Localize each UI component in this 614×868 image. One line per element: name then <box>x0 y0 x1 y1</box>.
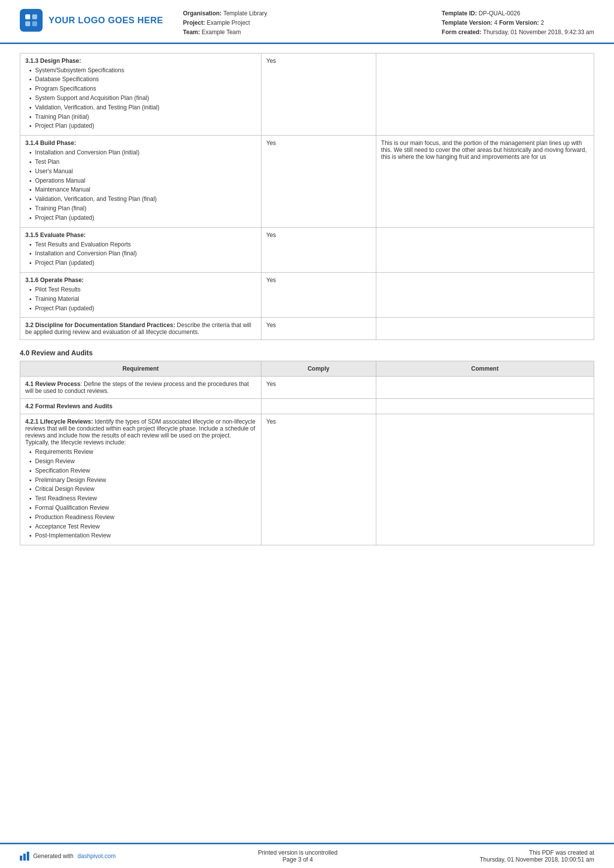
comment-cell-314: This is our main focus, and the portion … <box>376 136 594 227</box>
list-item: System Support and Acquisition Plan (fin… <box>29 94 256 102</box>
table-row: 3.1.6 Operate Phase: Pilot Test Results … <box>20 272 594 317</box>
list-item: Validation, Verification, and Testing Pl… <box>29 195 256 203</box>
comment-cell-421 <box>376 414 594 545</box>
logo-svg <box>24 13 38 27</box>
footer-left: Generated with dashpivot.com <box>20 852 116 861</box>
list-item: Specification Review <box>29 467 256 475</box>
svg-rect-0 <box>25 14 30 19</box>
bullet-list-313: System/Subsystem Specifications Database… <box>29 66 256 131</box>
req-cell-42: 4.2 Formal Reviews and Audits <box>20 399 261 414</box>
table-header-row: Requirement Comply Comment <box>20 361 594 377</box>
logo-text: YOUR LOGO GOES HERE <box>49 15 163 26</box>
logo-icon <box>20 9 43 32</box>
req-cell-313: 3.1.3 Design Phase: System/Subsystem Spe… <box>20 53 261 136</box>
req-cell-421: 4.2.1 Lifecycle Reviews: Identify the ty… <box>20 414 261 545</box>
generated-text: Generated with <box>33 853 73 860</box>
comment-cell-42 <box>376 399 594 414</box>
list-item: Validation, Verification, and Testing Pl… <box>29 103 256 112</box>
list-item: Program Specifications <box>29 85 256 93</box>
list-item: Test Results and Evaluation Reports <box>29 241 256 249</box>
col-header-req: Requirement <box>20 361 261 377</box>
table-row: 3.2 Discipline for Documentation Standar… <box>20 318 594 340</box>
header-right: Template ID: DP-QUAL-0026 Template Versi… <box>442 9 594 38</box>
table-row: 4.1 Review Process: Define the steps of … <box>20 377 594 399</box>
comply-cell-314: Yes <box>261 136 376 227</box>
list-item: Installation and Conversion Plan (initia… <box>29 148 256 157</box>
list-item: Training Plan (final) <box>29 204 256 213</box>
header: YOUR LOGO GOES HERE Organisation: Templa… <box>0 0 614 44</box>
req-cell-315: 3.1.5 Evaluate Phase: Test Results and E… <box>20 227 261 272</box>
bullet-list-315: Test Results and Evaluation Reports Inst… <box>29 241 256 267</box>
list-item: Preliminary Design Review <box>29 476 256 484</box>
phase-title-313: 3.1.3 Design Phase: <box>25 57 81 64</box>
bullet-list-314: Installation and Conversion Plan (initia… <box>29 148 256 222</box>
footer: Generated with dashpivot.com Printed ver… <box>0 843 614 868</box>
bullet-list-316: Pilot Test Results Training Material Pro… <box>29 286 256 312</box>
list-item: Project Plan (updated) <box>29 214 256 222</box>
section-heading-4: 4.0 Review and Audits <box>20 349 594 357</box>
phase-title-32: 3.2 Discipline for Documentation Standar… <box>25 322 175 329</box>
bar1 <box>20 856 22 861</box>
req-title-41: 4.1 Review Process <box>25 381 80 387</box>
req-cell-41: 4.1 Review Process: Define the steps of … <box>20 377 261 399</box>
req-desc-421-2: Typically, the lifecycle reviews include… <box>25 439 126 446</box>
list-item: Test Plan <box>29 158 256 166</box>
req-title-42: 4.2 Formal Reviews and Audits <box>25 403 112 410</box>
list-item: Test Readiness Review <box>29 494 256 503</box>
list-item: User's Manual <box>29 167 256 176</box>
comment-cell-32 <box>376 318 594 340</box>
list-item: Formal Qualification Review <box>29 504 256 512</box>
comply-cell-313: Yes <box>261 53 376 136</box>
footer-right-line1: This PDF was created at <box>480 849 594 856</box>
comment-cell-316 <box>376 272 594 317</box>
req-cell-32: 3.2 Discipline for Documentation Standar… <box>20 318 261 340</box>
list-item: Operations Manual <box>29 177 256 185</box>
phase-title-314: 3.1.4 Build Phase: <box>25 140 76 146</box>
table-row: 3.1.4 Build Phase: Installation and Conv… <box>20 136 594 227</box>
main-content: 3.1.3 Design Phase: System/Subsystem Spe… <box>0 44 614 843</box>
list-item: Training Plan (initial) <box>29 113 256 121</box>
footer-right: This PDF was created at Thursday, 01 Nov… <box>480 849 594 863</box>
list-item: Pilot Test Results <box>29 286 256 294</box>
comply-cell-32: Yes <box>261 318 376 340</box>
generated-link[interactable]: dashpivot.com <box>77 853 115 860</box>
table2: Requirement Comply Comment 4.1 Review Pr… <box>20 361 594 545</box>
table1: 3.1.3 Design Phase: System/Subsystem Spe… <box>20 53 594 340</box>
footer-center-line2: Page 3 of 4 <box>258 856 338 863</box>
bar3 <box>27 852 29 861</box>
footer-bars-icon <box>20 852 29 861</box>
table-row: 4.2 Formal Reviews and Audits <box>20 399 594 414</box>
comment-cell-315 <box>376 227 594 272</box>
svg-rect-3 <box>32 21 37 26</box>
list-item: System/Subsystem Specifications <box>29 66 256 75</box>
header-meta: Organisation: Template Library Project: … <box>163 9 442 38</box>
list-item: Post-Implementation Review <box>29 531 256 540</box>
comment-cell-41 <box>376 377 594 399</box>
comment-cell-313 <box>376 53 594 136</box>
list-item: Project Plan (updated) <box>29 122 256 130</box>
col-header-comply: Comply <box>261 361 376 377</box>
phase-title-315: 3.1.5 Evaluate Phase: <box>25 232 86 239</box>
list-item: Database Specifications <box>29 75 256 84</box>
footer-right-line2: Thursday, 01 November 2018, 10:00:51 am <box>480 856 594 863</box>
logo-area: YOUR LOGO GOES HERE <box>20 9 163 32</box>
footer-center-line1: Printed version is uncontrolled <box>258 849 338 856</box>
table-row: 3.1.5 Evaluate Phase: Test Results and E… <box>20 227 594 272</box>
list-item: Maintenance Manual <box>29 186 256 194</box>
list-item: Project Plan (updated) <box>29 304 256 313</box>
col-header-comment: Comment <box>376 361 594 377</box>
phase-title-316: 3.1.6 Operate Phase: <box>25 277 84 284</box>
footer-center: Printed version is uncontrolled Page 3 o… <box>258 849 338 863</box>
list-item: Critical Design Review <box>29 485 256 493</box>
bullet-list-421: Requirements Review Design Review Specif… <box>29 448 256 540</box>
list-item: Production Readiness Review <box>29 513 256 522</box>
list-item: Requirements Review <box>29 448 256 456</box>
comply-cell-421: Yes <box>261 414 376 545</box>
list-item: Project Plan (updated) <box>29 259 256 267</box>
req-title-421: 4.2.1 Lifecycle Reviews: <box>25 418 95 425</box>
list-item: Acceptance Test Review <box>29 523 256 531</box>
req-cell-314: 3.1.4 Build Phase: Installation and Conv… <box>20 136 261 227</box>
bar2 <box>23 854 26 861</box>
list-item: Installation and Conversion Plan (final) <box>29 249 256 258</box>
comply-cell-315: Yes <box>261 227 376 272</box>
